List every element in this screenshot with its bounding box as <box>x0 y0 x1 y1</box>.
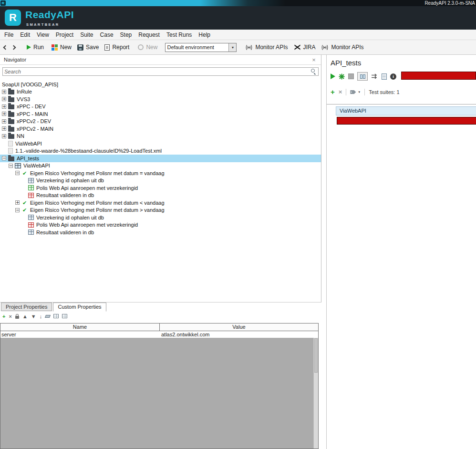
tree-item[interactable]: Verzekering id ophalen uit db <box>0 214 321 221</box>
folder-icon <box>8 127 14 132</box>
tree-item[interactable]: 1.1.-valide-waarde-%28bestaand-clausuleI… <box>0 147 321 155</box>
check-icon: ✔ <box>21 200 28 206</box>
column-header-value[interactable]: Value <box>160 324 318 331</box>
chevron-down-icon[interactable]: ▼ <box>228 43 236 52</box>
save-properties-icon[interactable] <box>62 314 67 318</box>
remove-property-icon[interactable]: × <box>9 313 11 319</box>
tab-custom-properties[interactable]: Custom Properties <box>53 303 106 312</box>
property-row[interactable]: serveratlas2.ontwikkel.com <box>0 331 318 338</box>
menu-item-file[interactable]: File <box>1 30 17 40</box>
tree-item[interactable]: +xPPC - MAIN <box>0 110 321 118</box>
expander-plus-icon[interactable]: + <box>2 112 6 116</box>
environment-dropdown[interactable]: Default environment ▼ <box>165 43 237 52</box>
tree-item[interactable]: +InRule <box>0 88 321 96</box>
menu-item-case[interactable]: Case <box>97 30 117 40</box>
save-button[interactable]: Save <box>77 44 99 51</box>
tree-item[interactable]: +xPPCv2 - MAIN <box>0 125 321 133</box>
expander-minus-icon[interactable]: − <box>15 171 20 175</box>
test-suite-name[interactable]: ViaWebAPI <box>336 106 476 115</box>
expander-plus-icon[interactable]: + <box>2 134 6 138</box>
chevron-down-icon[interactable]: ▼ <box>358 91 361 94</box>
tree-item[interactable]: −✔Eigen Risico Verhoging met Polisnr met… <box>0 169 321 177</box>
expander-plus-icon[interactable]: + <box>15 200 20 205</box>
tree-item[interactable]: +VVS3 <box>0 95 321 103</box>
tree-item[interactable]: +NN <box>0 133 321 140</box>
stop-icon[interactable] <box>348 73 354 79</box>
close-icon[interactable]: × <box>310 56 317 63</box>
report-icon[interactable] <box>382 73 387 80</box>
expander-plus-icon[interactable]: + <box>2 97 6 101</box>
vertical-scrollbar[interactable] <box>313 338 318 449</box>
back-button[interactable] <box>4 46 7 49</box>
tree-item[interactable]: Polis Web Api aanroepen met verzekeringi… <box>0 184 321 192</box>
menu-item-request[interactable]: Request <box>135 30 163 40</box>
remove-test-suite-icon[interactable]: × <box>339 89 342 95</box>
load-properties-icon[interactable] <box>53 314 59 318</box>
search-input[interactable] <box>2 67 319 76</box>
move-up-icon[interactable]: ▲ <box>22 313 28 319</box>
move-down-icon[interactable]: ▼ <box>31 313 36 319</box>
expander-minus-icon[interactable]: − <box>2 156 6 160</box>
readyapi-logo-icon: R <box>5 10 21 26</box>
grid-gray-icon <box>28 178 34 183</box>
tree-item[interactable]: +xPPCv2 - DEV <box>0 118 321 125</box>
navigator-panel: Navigator × SoapUI [VOOGD_APIS]+InRule+V… <box>0 55 321 449</box>
bug-icon[interactable] <box>339 73 345 80</box>
sort-icon[interactable]: ↓ <box>40 313 42 319</box>
tree-item[interactable]: Resultaat valideren in db <box>0 192 321 199</box>
panel-toggle-button[interactable] <box>357 72 368 81</box>
tree-item[interactable]: −✔Eigen Risico Verhoging met Polisnr met… <box>0 207 321 214</box>
jira-button[interactable]: JIRA <box>294 44 315 51</box>
new-button[interactable]: New <box>52 44 72 51</box>
separator <box>346 89 346 95</box>
broadcast-icon <box>321 44 329 51</box>
menu-item-help[interactable]: Help <box>195 30 214 40</box>
expander-minus-icon[interactable]: − <box>9 164 13 168</box>
expander-plus-icon[interactable]: + <box>2 119 6 124</box>
forward-button[interactable] <box>12 46 15 49</box>
tree-item-label: xPPC - DEV <box>17 104 46 109</box>
expander-minus-icon[interactable]: − <box>15 208 20 212</box>
tree-item[interactable]: −ViaWebAPI <box>0 162 321 170</box>
run-button[interactable]: Run <box>27 44 44 51</box>
info-icon[interactable]: i <box>390 73 396 80</box>
tree-item[interactable]: ViaWebAPI <box>0 140 321 147</box>
divider <box>327 104 476 104</box>
search-icon <box>311 69 316 74</box>
menu-item-view[interactable]: View <box>33 30 52 40</box>
menu-item-test-runs[interactable]: Test Runs <box>163 30 195 40</box>
lock-icon[interactable] <box>15 316 19 319</box>
tree-item-label: 1.1.-valide-waarde-%28bestaand-clausuleI… <box>15 148 162 154</box>
tree-item[interactable]: +✔Eigen Risico Verhoging met Polisnr met… <box>0 199 321 207</box>
run-suite-icon[interactable] <box>331 73 335 79</box>
test-suite-card[interactable]: ViaWebAPI <box>336 106 476 125</box>
sequential-run-icon[interactable] <box>371 73 378 79</box>
grid-red-icon <box>28 222 34 228</box>
monitor-apis-button[interactable]: Monitor APIs <box>245 44 288 51</box>
add-property-icon[interactable]: + <box>2 313 5 319</box>
clear-properties-icon[interactable] <box>45 315 51 318</box>
tag-icon[interactable] <box>350 90 356 94</box>
tree-item[interactable]: SoapUI [VOOGD_APIS] <box>0 81 321 88</box>
property-name-cell[interactable]: server <box>0 331 160 338</box>
column-header-name[interactable]: Name <box>0 324 160 331</box>
tree-item[interactable]: +xPPC - DEV <box>0 103 321 111</box>
tree-item[interactable]: Resultaat valideren in db <box>0 229 321 236</box>
menu-item-project[interactable]: Project <box>52 30 77 40</box>
expander-plus-icon[interactable]: + <box>2 104 6 109</box>
property-value-cell[interactable]: atlas2.ontwikkel.com <box>160 331 318 338</box>
broadcast-icon <box>245 44 253 51</box>
tree-item-label: xPPCv2 - MAIN <box>17 126 53 132</box>
report-button[interactable]: Report <box>104 44 129 51</box>
monitor-apis-button-2[interactable]: Monitor APIs <box>321 44 363 51</box>
menu-item-edit[interactable]: Edit <box>17 30 33 40</box>
expander-plus-icon[interactable]: + <box>2 126 6 131</box>
tree-item[interactable]: Verzekering id ophalen uit db <box>0 177 321 185</box>
tree-item[interactable]: Polis Web Api aanroepen met verzekeringi… <box>0 221 321 229</box>
tree-item[interactable]: −API_tests <box>0 155 321 162</box>
expander-plus-icon[interactable]: + <box>2 90 6 94</box>
menu-item-step[interactable]: Step <box>117 30 135 40</box>
tab-project-properties[interactable]: Project Properties <box>1 303 52 311</box>
add-test-suite-icon[interactable]: + <box>331 89 335 95</box>
menu-item-suite[interactable]: Suite <box>77 30 96 40</box>
